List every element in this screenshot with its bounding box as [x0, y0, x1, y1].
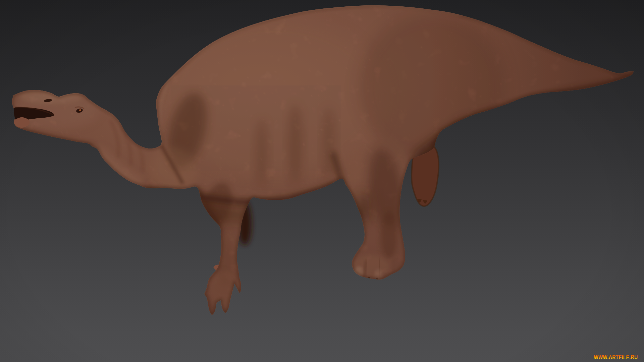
svg-text:WWW.ARTFILE.RU: WWW.ARTFILE.RU — [594, 354, 638, 361]
